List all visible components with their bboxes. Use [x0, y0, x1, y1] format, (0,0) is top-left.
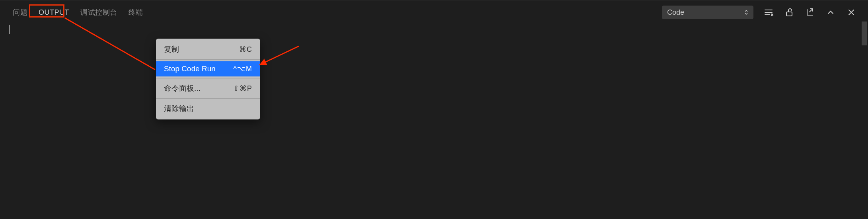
tab-terminal[interactable]: 终端 — [123, 4, 149, 20]
window-top-border — [0, 0, 868, 2]
output-content-area — [0, 22, 868, 219]
scrollbar-thumb[interactable] — [862, 22, 867, 45]
menu-item-label: Stop Code Run — [164, 65, 216, 73]
context-menu: 复制 ⌘C Stop Code Run ^⌥M 命令面板... ⇧⌘P 清除输出 — [156, 39, 260, 119]
tab-debug-console[interactable]: 调试控制台 — [75, 4, 123, 20]
panel-tabs: 问题 OUTPUT 调试控制台 终端 — [0, 4, 149, 20]
scrollbar-track[interactable] — [861, 22, 868, 219]
chevron-up-icon[interactable] — [825, 7, 836, 18]
close-icon[interactable] — [846, 7, 857, 18]
open-file-icon[interactable] — [804, 7, 815, 18]
panel-right-controls: Code — [662, 6, 868, 19]
tab-problems[interactable]: 问题 — [7, 4, 33, 20]
menu-item-clear-output[interactable]: 清除输出 — [156, 100, 260, 117]
menu-separator — [156, 59, 260, 60]
menu-item-shortcut: ⇧⌘P — [233, 84, 252, 93]
menu-separator — [156, 78, 260, 78]
output-channel-dropdown[interactable]: Code — [662, 6, 753, 19]
menu-item-shortcut: ⌘C — [239, 45, 252, 54]
menu-item-stop-code-run[interactable]: Stop Code Run ^⌥M — [156, 61, 260, 76]
dropdown-selected-label: Code — [667, 8, 684, 17]
dropdown-arrows-icon — [744, 10, 748, 15]
panel-header: 问题 OUTPUT 调试控制台 终端 Code — [0, 3, 868, 22]
tab-output[interactable]: OUTPUT — [33, 5, 75, 20]
menu-item-label: 命令面板... — [164, 83, 200, 94]
menu-item-copy[interactable]: 复制 ⌘C — [156, 41, 260, 58]
text-cursor — [9, 25, 10, 34]
menu-item-command-palette[interactable]: 命令面板... ⇧⌘P — [156, 80, 260, 97]
svg-rect-0 — [786, 12, 792, 16]
menu-item-label: 清除输出 — [164, 104, 194, 114]
lock-open-icon[interactable] — [784, 7, 795, 18]
menu-separator — [156, 98, 260, 99]
clear-output-icon[interactable] — [763, 7, 774, 18]
menu-item-label: 复制 — [164, 44, 179, 55]
menu-item-shortcut: ^⌥M — [234, 65, 252, 73]
